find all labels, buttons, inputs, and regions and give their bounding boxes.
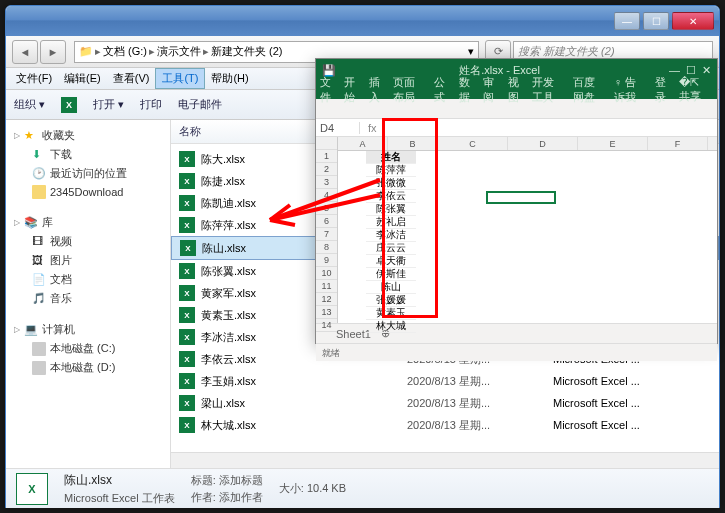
row-header[interactable]: 10 bbox=[316, 267, 337, 280]
sidebar-item[interactable]: 🎵音乐 bbox=[10, 289, 166, 308]
excel-file-icon: X bbox=[179, 351, 195, 367]
file-row[interactable]: X李玉娟.xlsx2020/8/13 星期...Microsoft Excel … bbox=[171, 370, 719, 392]
col-header[interactable]: C bbox=[438, 137, 508, 150]
row-header[interactable]: 3 bbox=[316, 176, 337, 189]
sidebar-item[interactable]: 🖼图片 bbox=[10, 251, 166, 270]
row-header[interactable]: 9 bbox=[316, 254, 337, 267]
excel-ribbon: 文件开始插入页面布局公式数据审阅视图开发工具百度网盘♀ 告诉我登录�⇱ 共享 bbox=[316, 81, 717, 99]
sidebar-item[interactable]: 📄文档 bbox=[10, 270, 166, 289]
file-type: Microsoft Excel ... bbox=[553, 419, 640, 431]
file-row[interactable]: X林大城.xlsx2020/8/13 星期...Microsoft Excel … bbox=[171, 414, 719, 436]
row-header[interactable] bbox=[316, 137, 337, 150]
row-header[interactable]: 11 bbox=[316, 280, 337, 293]
ribbon-tab[interactable]: ♀ 告诉我 bbox=[614, 75, 647, 105]
file-date: 2020/8/13 星期... bbox=[407, 396, 547, 411]
ribbon-tab[interactable]: 视图 bbox=[508, 75, 524, 105]
titlebar[interactable]: — ☐ ✕ bbox=[6, 6, 719, 36]
status-author[interactable]: 添加作者 bbox=[219, 491, 263, 503]
row-header[interactable]: 2 bbox=[316, 163, 337, 176]
close-button[interactable]: ✕ bbox=[672, 12, 714, 30]
breadcrumb-3[interactable]: 新建文件夹 (2) bbox=[211, 44, 283, 59]
cell[interactable]: 林大城 bbox=[366, 320, 416, 333]
ribbon-tab[interactable]: 文件 bbox=[320, 75, 336, 105]
file-type-icon: X bbox=[16, 473, 48, 505]
row-header[interactable]: 7 bbox=[316, 228, 337, 241]
active-cell[interactable] bbox=[486, 191, 556, 204]
status-title[interactable]: 添加标题 bbox=[219, 474, 263, 486]
excel-icon: X bbox=[61, 97, 77, 113]
sidebar-item[interactable]: ⬇下载 bbox=[10, 145, 166, 164]
ribbon-tab[interactable]: 登录 bbox=[655, 75, 671, 105]
row-header[interactable]: 13 bbox=[316, 306, 337, 319]
col-header[interactable]: F bbox=[648, 137, 708, 150]
maximize-button[interactable]: ☐ bbox=[643, 12, 669, 30]
sidebar-item[interactable]: 本地磁盘 (C:) bbox=[10, 339, 166, 358]
file-type: Microsoft Excel ... bbox=[553, 375, 640, 387]
excel-file-icon: X bbox=[179, 263, 195, 279]
row-header[interactable]: 5 bbox=[316, 202, 337, 215]
sidebar-favorites[interactable]: ▷★收藏夹 bbox=[10, 126, 166, 145]
sidebar-item[interactable]: 本地磁盘 (D:) bbox=[10, 358, 166, 377]
row-header[interactable]: 8 bbox=[316, 241, 337, 254]
excel-min[interactable]: — bbox=[669, 64, 680, 76]
file-row[interactable]: X梁山.xlsx2020/8/13 星期...Microsoft Excel .… bbox=[171, 392, 719, 414]
row-header[interactable]: 12 bbox=[316, 293, 337, 306]
menu-help[interactable]: 帮助(H) bbox=[205, 69, 254, 88]
menu-file[interactable]: 文件(F) bbox=[10, 69, 58, 88]
ribbon-tab[interactable]: 公式 bbox=[434, 75, 450, 105]
excel-file-icon: X bbox=[179, 329, 195, 345]
excel-close[interactable]: ✕ bbox=[702, 64, 711, 76]
col-header[interactable]: D bbox=[508, 137, 578, 150]
name-box[interactable]: D4 bbox=[320, 122, 360, 134]
ribbon-tab[interactable]: 插入 bbox=[369, 75, 385, 105]
file-name: 李玉娟.xlsx bbox=[201, 374, 401, 389]
minimize-button[interactable]: — bbox=[614, 12, 640, 30]
breadcrumb-1[interactable]: 文档 (G:) bbox=[103, 44, 147, 59]
ribbon-tab[interactable]: �⇱ 共享 bbox=[679, 76, 713, 104]
back-button[interactable]: ◄ bbox=[12, 40, 38, 64]
row-header[interactable]: 14 bbox=[316, 319, 337, 332]
menu-view[interactable]: 查看(V) bbox=[107, 69, 156, 88]
mail-button[interactable]: 电子邮件 bbox=[178, 97, 222, 112]
search-placeholder: 搜索 新建文件夹 (2) bbox=[518, 44, 615, 59]
dropdown-icon[interactable]: ▾ bbox=[468, 45, 474, 58]
col-header[interactable]: E bbox=[578, 137, 648, 150]
sidebar-computer[interactable]: ▷💻计算机 bbox=[10, 320, 166, 339]
forward-button[interactable]: ► bbox=[40, 40, 66, 64]
organize-button[interactable]: 组织 ▾ bbox=[14, 97, 45, 112]
folder-icon: 📁 bbox=[79, 45, 93, 58]
ribbon-tab[interactable]: 页面布局 bbox=[393, 75, 426, 105]
sidebar-item[interactable]: 🕑最近访问的位置 bbox=[10, 164, 166, 183]
ribbon-tab[interactable]: 百度网盘 bbox=[573, 75, 606, 105]
breadcrumb-2[interactable]: 演示文件 bbox=[157, 44, 201, 59]
col-header[interactable]: A bbox=[338, 137, 388, 150]
row-header[interactable]: 4 bbox=[316, 189, 337, 202]
fx-icon[interactable]: fx bbox=[368, 122, 377, 134]
excel-file-icon: X bbox=[179, 395, 195, 411]
sidebar-libraries[interactable]: ▷📚库 bbox=[10, 213, 166, 232]
sidebar-item[interactable]: 2345Download bbox=[10, 183, 166, 201]
status-filetype: Microsoft Excel 工作表 bbox=[64, 491, 175, 506]
ribbon-tab[interactable]: 审阅 bbox=[483, 75, 499, 105]
row-header[interactable]: 6 bbox=[316, 215, 337, 228]
print-button[interactable]: 打印 bbox=[140, 97, 162, 112]
status-size: 10.4 KB bbox=[307, 482, 346, 494]
row-header[interactable]: 1 bbox=[316, 150, 337, 163]
horizontal-scrollbar[interactable] bbox=[171, 452, 719, 468]
ribbon-tab[interactable]: 开发工具 bbox=[532, 75, 565, 105]
excel-window: 💾 姓名.xlsx - Excel —☐✕ 文件开始插入页面布局公式数据审阅视图… bbox=[315, 58, 718, 344]
file-date: 2020/8/13 星期... bbox=[407, 418, 547, 433]
ribbon-tab[interactable]: 开始 bbox=[344, 75, 360, 105]
menu-tools[interactable]: 工具(T) bbox=[155, 68, 205, 89]
excel-file-icon: X bbox=[179, 373, 195, 389]
menu-edit[interactable]: 编辑(E) bbox=[58, 69, 107, 88]
open-button[interactable]: 打开 ▾ bbox=[93, 97, 124, 112]
excel-max[interactable]: ☐ bbox=[686, 64, 696, 76]
excel-status: 就绪 bbox=[316, 343, 717, 361]
sidebar-item[interactable]: 🎞视频 bbox=[10, 232, 166, 251]
status-filename: 陈山.xlsx bbox=[64, 472, 175, 489]
ribbon-tab[interactable]: 数据 bbox=[459, 75, 475, 105]
excel-grid[interactable]: 1234567891011121314 ABCDEF 姓名陈萍萍张微微李依云陈张… bbox=[316, 137, 717, 323]
formula-bar[interactable]: D4 fx bbox=[316, 119, 717, 137]
file-type: Microsoft Excel ... bbox=[553, 397, 640, 409]
